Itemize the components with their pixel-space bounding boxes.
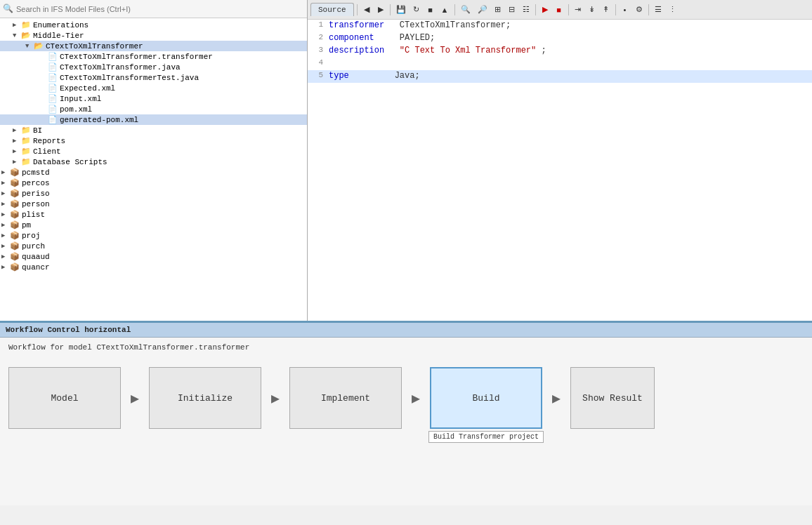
toggle-db-scripts[interactable]: ▶ [13, 158, 21, 166]
grid-button[interactable]: ☷ [520, 3, 532, 17]
back-button[interactable]: ◀ [360, 3, 373, 17]
save-button[interactable]: 💾 [393, 3, 409, 17]
file-icon: 📄 [48, 94, 58, 103]
toggle-proj[interactable]: ▶ [1, 232, 10, 239]
tree-node-pom-xml[interactable]: ▶ 📄 pom.xml [0, 104, 307, 114]
toggle-quaaud[interactable]: ▶ [1, 253, 10, 260]
tree-node-input-xml[interactable]: ▶ 📄 Input.xml [0, 93, 307, 104]
toggle-percos[interactable]: ▶ [1, 179, 10, 187]
tree-node-quancr[interactable]: ▶ 📦 quancr [0, 262, 307, 272]
collapse-all-button[interactable]: ⊟ [506, 3, 518, 17]
folder-icon: 📁 [21, 126, 31, 135]
search-icon: 🔍 [3, 4, 13, 14]
code-text [389, 46, 394, 55]
step-into-button[interactable]: ↡ [586, 3, 598, 17]
step-out-button[interactable]: ↟ [600, 3, 613, 17]
tree-node-transformer-file[interactable]: ▶ 📄 CTextToXmlTransformer.transformer [0, 51, 307, 62]
toggle-reports[interactable]: ▶ [13, 137, 21, 145]
workflow-step-build[interactable]: Build Build Transformer project [430, 367, 542, 429]
separator [568, 4, 569, 15]
tree-node-client[interactable]: ▶ 📁 Client [0, 146, 307, 157]
file-tree: ▶ 📁 Enumerations ▼ 📂 Middle-Tier ▼ 📂 CTe… [0, 18, 307, 321]
toggle-ctexttoxml[interactable]: ▼ [25, 43, 34, 50]
toggle-pm[interactable]: ▶ [1, 221, 10, 229]
tree-node-pm[interactable]: ▶ 📦 pm [0, 220, 307, 230]
workflow-step-initialize[interactable]: Initialize [149, 367, 261, 429]
expand-all-button[interactable]: ⊞ [492, 3, 504, 17]
pkg-folder-icon: 📦 [10, 241, 20, 251]
source-tab[interactable]: Source [310, 3, 354, 16]
tree-node-middle-tier[interactable]: ▼ 📂 Middle-Tier [0, 30, 307, 41]
file-icon: 📄 [48, 84, 58, 93]
file-icon: 📄 [48, 73, 58, 82]
tree-node-ctexttoxml[interactable]: ▼ 📂 CTextToXmlTransformer [0, 41, 307, 51]
tree-node-expected-xml[interactable]: ▶ 📄 Expected.xml [0, 83, 307, 93]
toggle-client[interactable]: ▶ [13, 147, 21, 155]
tree-node-enumerations[interactable]: ▶ 📁 Enumerations [0, 20, 307, 30]
toggle-pcmstd[interactable]: ▶ [1, 168, 10, 176]
code-editor[interactable]: 1 transformer CTextToXmlTransformer; 2 c… [308, 20, 812, 321]
separator [357, 4, 358, 15]
node-label: purch [22, 242, 45, 251]
workflow-step-implement[interactable]: Implement [289, 367, 402, 429]
separator [615, 4, 616, 15]
folder-icon: 📁 [21, 157, 31, 166]
tree-node-percos[interactable]: ▶ 📦 percos [0, 178, 307, 188]
tree-node-bi[interactable]: ▶ 📁 BI [0, 125, 307, 135]
zoom-in-button[interactable]: 🔍 [458, 3, 473, 17]
refresh-button[interactable]: ↻ [410, 3, 423, 17]
tree-node-reports[interactable]: ▶ 📁 Reports [0, 135, 307, 146]
line-content: type Java; [329, 70, 420, 81]
node-label: CTextToXmlTransformer.java [60, 63, 181, 72]
workflow-step-model[interactable]: Model [8, 367, 121, 429]
search-input[interactable] [16, 5, 304, 13]
keyword: component [329, 33, 374, 43]
file-icon: 📄 [48, 105, 58, 114]
node-label: Client [33, 147, 61, 156]
toggle-plist[interactable]: ▶ [1, 211, 10, 218]
settings-button[interactable]: ⚙ [633, 3, 646, 17]
tree-node-java-file[interactable]: ▶ 📄 CTextToXmlTransformer.java [0, 62, 307, 72]
workflow-arrow: ▶ [121, 390, 149, 407]
workflow-arrow: ▶ [261, 390, 289, 407]
folder-icon: 📂 [21, 31, 31, 40]
code-text: CTextToXmlTransformer; [389, 20, 511, 30]
run-button[interactable]: ▶ [539, 3, 551, 17]
build-tooltip: Build Transformer project [428, 431, 544, 443]
toggle-periso[interactable]: ▶ [1, 190, 10, 197]
tree-node-generated-pom[interactable]: ▶ 📄 generated-pom.xml [0, 114, 307, 125]
forward-button[interactable]: ▶ [374, 3, 387, 17]
tree-node-purch[interactable]: ▶ 📦 purch [0, 241, 307, 251]
breakpoint-button[interactable]: • [619, 3, 631, 17]
toggle-quancr[interactable]: ▶ [1, 263, 10, 271]
tree-node-proj[interactable]: ▶ 📦 proj [0, 230, 307, 241]
stop-button[interactable]: ■ [553, 3, 565, 17]
error-btn[interactable]: ■ [424, 3, 437, 17]
workflow-step-show-result[interactable]: Show Result [570, 367, 655, 429]
toggle-bi[interactable]: ▶ [13, 126, 21, 134]
tree-node-plist[interactable]: ▶ 📦 plist [0, 209, 307, 220]
node-label: Input.xml [60, 95, 101, 103]
list-view-button[interactable]: ☰ [652, 3, 664, 17]
detail-view-button[interactable]: ⋮ [666, 3, 679, 17]
warning-btn[interactable]: ▲ [438, 3, 452, 17]
step-over-button[interactable]: ⇥ [572, 3, 584, 17]
toggle-person[interactable]: ▶ [1, 200, 10, 208]
tree-node-test-java-file[interactable]: ▶ 📄 CTextToXmlTransformerTest.java [0, 72, 307, 83]
folder-icon: 📁 [21, 20, 31, 29]
step-label: Initialize [178, 393, 233, 404]
zoom-out-button[interactable]: 🔎 [475, 3, 490, 17]
file-icon: 📄 [48, 115, 58, 124]
toggle-middle-tier[interactable]: ▼ [13, 32, 21, 39]
step-label: Build [472, 393, 499, 404]
pkg-folder-icon: 📦 [10, 252, 20, 261]
tree-node-person[interactable]: ▶ 📦 person [0, 199, 307, 209]
tree-node-quaaud[interactable]: ▶ 📦 quaaud [0, 251, 307, 262]
node-label: pm [22, 221, 31, 230]
tree-node-database-scripts[interactable]: ▶ 📁 Database Scripts [0, 157, 307, 167]
toggle-enumerations[interactable]: ▶ [13, 21, 21, 29]
tree-node-periso[interactable]: ▶ 📦 periso [0, 188, 307, 199]
toggle-purch[interactable]: ▶ [1, 242, 10, 250]
keyword: description [329, 46, 384, 55]
tree-node-pcmstd[interactable]: ▶ 📦 pcmstd [0, 167, 307, 178]
